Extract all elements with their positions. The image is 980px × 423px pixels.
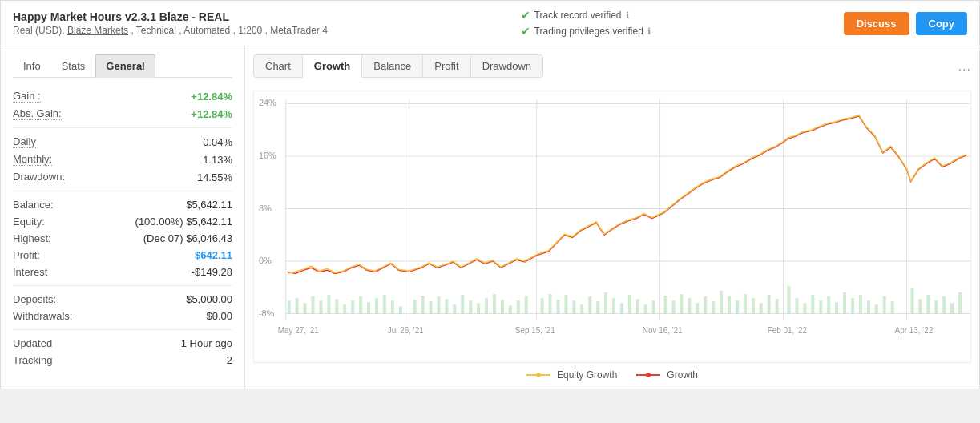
abs-gain-row: Abs. Gain: +12.84%: [13, 105, 232, 123]
chart-tab-chart[interactable]: Chart: [253, 54, 303, 78]
svg-rect-56: [572, 300, 575, 313]
tracking-label: Tracking: [13, 354, 52, 366]
bar-chart: [288, 286, 962, 314]
svg-rect-59: [596, 301, 599, 313]
withdrawals-value: $0.00: [206, 310, 232, 322]
legend-equity-growth: Equity Growth: [526, 369, 617, 381]
svg-rect-67: [664, 296, 667, 314]
svg-text:May 27, '21: May 27, '21: [278, 326, 319, 335]
header-actions: Discuss Copy: [844, 12, 967, 35]
copy-button[interactable]: Copy: [916, 12, 968, 35]
info-icon-2[interactable]: ℹ: [647, 26, 651, 37]
deposits-label: Deposits:: [13, 293, 56, 305]
svg-text:Jul 26, '21: Jul 26, '21: [388, 326, 424, 335]
divider-4: [13, 329, 232, 330]
svg-rect-52: [541, 298, 544, 313]
updated-value: 1 Hour ago: [181, 337, 232, 349]
svg-rect-66: [652, 300, 655, 313]
growth-line: [288, 116, 966, 274]
balance-value: $5,642.11: [186, 199, 232, 211]
interest-row: Interest -$149.28: [13, 264, 232, 280]
chart-legend: Equity Growth Growth: [253, 369, 971, 381]
svg-rect-95: [891, 301, 894, 313]
chart-tab-drawdown[interactable]: Drawdown: [470, 54, 543, 78]
growth-legend-icon: [636, 370, 662, 380]
svg-rect-62: [620, 303, 623, 313]
svg-rect-49: [509, 305, 512, 313]
balance-label: Balance:: [13, 199, 54, 211]
profit-label: Profit:: [13, 249, 40, 261]
drawdown-row: Drawdown: 14.55%: [13, 168, 232, 186]
svg-rect-24: [304, 303, 307, 313]
svg-rect-91: [859, 295, 862, 314]
svg-rect-82: [788, 286, 791, 314]
svg-rect-44: [469, 300, 472, 313]
svg-rect-58: [588, 296, 591, 314]
svg-rect-88: [835, 302, 838, 313]
left-tabs: Info Stats General: [13, 54, 232, 78]
svg-rect-42: [453, 304, 456, 313]
svg-rect-61: [612, 298, 615, 313]
svg-rect-50: [517, 300, 520, 313]
svg-rect-85: [811, 295, 814, 314]
trading-privileges-verified: ✔ Trading privileges verified ℹ: [521, 25, 651, 38]
highest-row: Highest: (Dec 07) $6,046.43: [13, 230, 232, 247]
equity-value: (100.00%) $5,642.11: [135, 216, 232, 228]
svg-text:-8%: -8%: [259, 308, 275, 317]
tab-general[interactable]: General: [95, 54, 155, 78]
tab-stats[interactable]: Stats: [51, 54, 96, 78]
svg-rect-97: [918, 299, 922, 313]
svg-rect-48: [501, 300, 504, 313]
chart-more-icon[interactable]: ···: [958, 62, 971, 77]
abs-gain-value: +12.84%: [191, 108, 232, 120]
svg-rect-69: [680, 294, 683, 314]
svg-rect-35: [391, 300, 394, 313]
highest-value: (Dec 07) $6,046.43: [143, 232, 232, 244]
svg-rect-36: [399, 306, 402, 313]
svg-rect-33: [375, 298, 378, 313]
gain-row: Gain : +12.84%: [13, 87, 232, 105]
svg-rect-29: [343, 304, 346, 313]
chart-tab-balance[interactable]: Balance: [361, 54, 423, 78]
tab-info[interactable]: Info: [13, 54, 51, 78]
app-title: Happy Market Hours v2.3.1 Blaze - REAL: [13, 10, 328, 23]
blaze-markets-link[interactable]: Blaze Markets: [67, 25, 128, 36]
svg-rect-46: [485, 298, 488, 313]
svg-rect-31: [359, 296, 362, 314]
svg-rect-77: [744, 294, 747, 314]
daily-value: 0.04%: [203, 136, 232, 148]
equity-growth-legend-icon: [526, 370, 552, 380]
withdrawals-row: Withdrawals: $0.00: [13, 308, 232, 324]
info-icon-1[interactable]: ℹ: [626, 10, 629, 21]
svg-rect-83: [795, 298, 798, 313]
svg-rect-39: [430, 301, 433, 313]
svg-text:0%: 0%: [259, 256, 272, 265]
svg-rect-41: [445, 299, 448, 313]
svg-rect-71: [696, 303, 699, 313]
svg-rect-74: [720, 291, 723, 314]
equity-growth-label: Equity Growth: [557, 369, 617, 381]
svg-text:16%: 16%: [259, 151, 276, 160]
updated-label: Updated: [13, 337, 52, 349]
svg-rect-84: [803, 303, 806, 313]
svg-rect-51: [525, 296, 528, 314]
svg-rect-54: [556, 300, 559, 313]
chart-svg: 24% 16% 8% 0% -8%: [254, 91, 970, 362]
svg-point-104: [536, 373, 541, 377]
svg-rect-45: [477, 303, 480, 313]
equity-row: Equity: (100.00%) $5,642.11: [13, 213, 232, 230]
discuss-button[interactable]: Discuss: [844, 12, 909, 35]
header-left: Happy Market Hours v2.3.1 Blaze - REAL R…: [13, 10, 328, 36]
svg-rect-100: [942, 296, 946, 314]
daily-row: Daily 0.04%: [13, 133, 232, 151]
svg-rect-94: [883, 296, 886, 314]
chart-tab-profit[interactable]: Profit: [422, 54, 470, 78]
check-icon-1: ✔: [521, 9, 530, 22]
chart-tab-growth[interactable]: Growth: [302, 54, 363, 78]
svg-rect-96: [911, 288, 914, 314]
growth-label: Growth: [667, 369, 698, 381]
svg-rect-89: [843, 292, 846, 314]
svg-rect-23: [296, 298, 299, 313]
svg-rect-86: [819, 300, 822, 313]
track-record-verified: ✔ Track record verified ℹ: [521, 9, 651, 22]
